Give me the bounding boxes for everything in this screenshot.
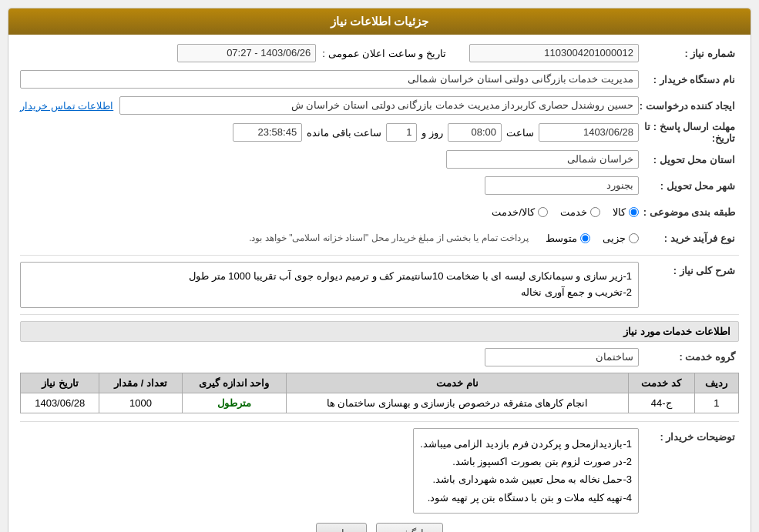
category-option-khedmat[interactable]: خدمت — [560, 206, 600, 218]
cell-unit: مترطول — [182, 393, 286, 413]
city-row: شهر محل تحویل : بجنورد — [20, 175, 739, 196]
cell-date: 1403/06/28 — [21, 393, 99, 413]
service-group-row: گروه خدمت : ساختمان — [20, 348, 739, 366]
col-row-num: ردیف — [694, 373, 738, 393]
process-radio-group: جزیی متوسط — [546, 233, 639, 244]
category-radio-group: کالا خدمت کالا/خدمت — [492, 206, 639, 218]
service-group-field: ساختمان — [485, 348, 639, 366]
process-option-jozi[interactable]: جزیی — [603, 233, 639, 244]
requester-row: ایجاد کننده درخواست : حسین روشندل حصاری … — [20, 95, 739, 116]
back-button[interactable]: بازگشت — [376, 523, 443, 532]
service-group-value: ساختمان — [20, 348, 639, 366]
announcement-date-group: تاریخ و ساعت اعلان عمومی : 1403/06/26 - … — [177, 44, 446, 62]
buyer-notes-row: توضیحات خریدار : 1-بازدیدازمحل و پرکردن … — [20, 428, 739, 514]
buyer-notes-label: توضیحات خریدار : — [639, 428, 739, 443]
process-type-value: جزیی متوسط پرداخت تمام یا بخشی از مبلغ خ… — [20, 233, 639, 244]
deadline-remaining-field: 23:58:45 — [233, 123, 302, 142]
col-service-name: نام خدمت — [286, 373, 628, 393]
deadline-value: 1403/06/28 ساعت 08:00 روز و 1 ساعت باقی … — [20, 123, 639, 142]
table-header: ردیف کد خدمت نام خدمت واحد اندازه گیری ت… — [21, 373, 739, 393]
need-number-row: شماره نیاز : 1103004201000012 تاریخ و سا… — [20, 42, 739, 64]
category-value: کالا خدمت کالا/خدمت — [20, 206, 639, 218]
need-description-field: 1-زیر سازی و سیمانکاری لیسه ای با ضخامت … — [20, 262, 639, 308]
service-table-container: ردیف کد خدمت نام خدمت واحد اندازه گیری ت… — [20, 373, 739, 413]
buyer-org-row: نام دستگاه خریدار : مدیریت خدمات بازرگان… — [20, 69, 739, 90]
requester-link[interactable]: اطلاعات تماس خریدار — [20, 100, 113, 112]
deadline-label: مهلت ارسال پاسخ : تا تاریخ: — [639, 121, 739, 144]
category-option-kala[interactable]: کالا — [613, 206, 639, 218]
card-body: شماره نیاز : 1103004201000012 تاریخ و سا… — [8, 35, 751, 532]
province-value: خراسان شمالی — [20, 150, 639, 169]
deadline-remaining-label: ساعت باقی مانده — [307, 127, 381, 139]
button-row: بازگشت چاپ — [20, 523, 739, 532]
city-label: شهر محل تحویل : — [639, 180, 739, 192]
buyer-note-3: 3-حمل نخاله به محل تعیین شده شهرداری باش… — [420, 470, 632, 488]
col-date: تاریخ نیاز — [21, 373, 99, 393]
buyer-note-1: 1-بازدیدازمحل و پرکردن فرم بازدید الزامی… — [420, 435, 632, 453]
col-unit: واحد اندازه گیری — [182, 373, 286, 393]
print-button[interactable]: چاپ — [316, 523, 367, 532]
category-row: طبقه بندی موضوعی : کالا خدمت — [20, 201, 739, 223]
main-card: جزئیات اطلاعات نیاز شماره نیاز : 1103004… — [8, 8, 751, 532]
announcement-date-field: 1403/06/26 - 07:27 — [177, 44, 316, 62]
requester-label: ایجاد کننده درخواست : — [639, 100, 739, 112]
need-description-line2: 2-تخریب و جمع آوری نخاله — [27, 285, 632, 301]
buyer-notes-value: 1-بازدیدازمحل و پرکردن فرم بازدید الزامی… — [20, 428, 639, 514]
buyer-note-4: 4-تهیه کلیه ملات و بتن با دستگاه بتن پر … — [420, 489, 632, 507]
table-body: 1 ج-44 انجام کارهای متفرقه درخصوص بازساز… — [21, 393, 739, 413]
card-header: جزئیات اطلاعات نیاز — [8, 8, 751, 35]
deadline-time-field: 08:00 — [448, 123, 502, 142]
need-number-label: شماره نیاز : — [639, 48, 739, 59]
deadline-date-field: 1403/06/28 — [539, 123, 639, 142]
divider-3 — [20, 421, 739, 422]
requester-field: حسین روشندل حصاری کاربرداز مدیریت خدمات … — [119, 96, 639, 115]
deadline-time-label: ساعت — [506, 127, 534, 139]
deadline-days-field: 1 — [386, 123, 417, 142]
buyer-notes-field: 1-بازدیدازمحل و پرکردن فرم بازدید الزامی… — [413, 428, 639, 514]
need-number-field: 1103004201000012 — [469, 44, 639, 62]
process-type-row: نوع فرآیند خرید : جزیی متوسط پرداخت تمام… — [20, 227, 739, 249]
col-quantity: تعداد / مقدار — [99, 373, 182, 393]
page-title: جزئیات اطلاعات نیاز — [331, 15, 428, 28]
need-number-value: 1103004201000012 تاریخ و ساعت اعلان عموم… — [20, 44, 639, 62]
page-container: جزئیات اطلاعات نیاز شماره نیاز : 1103004… — [0, 0, 759, 532]
col-service-code: کد خدمت — [628, 373, 694, 393]
process-type-label: نوع فرآیند خرید : — [639, 233, 739, 244]
process-option-motavasset[interactable]: متوسط — [546, 233, 590, 244]
announcement-date-label: تاریخ و ساعت اعلان عمومی : — [322, 48, 446, 59]
deadline-days-label: روز و — [421, 127, 443, 139]
deadline-row: مهلت ارسال پاسخ : تا تاریخ: 1403/06/28 س… — [20, 121, 739, 144]
buyer-org-field: مدیریت خدمات بازرگانی دولتی استان خراسان… — [20, 70, 639, 89]
city-value: بجنورد — [20, 176, 639, 195]
category-option-kala-khedmat[interactable]: کالا/خدمت — [492, 206, 548, 218]
need-description-value: 1-زیر سازی و سیمانکاری لیسه ای با ضخامت … — [20, 262, 639, 308]
province-row: استان محل تحویل : خراسان شمالی — [20, 149, 739, 170]
process-note: پرداخت تمام یا بخشی از مبلغ خریدار محل "… — [249, 233, 529, 243]
cell-quantity: 1000 — [99, 393, 182, 413]
need-description-row: شرح کلی نیاز : 1-زیر سازی و سیمانکاری لی… — [20, 262, 739, 308]
need-description-line1: 1-زیر سازی و سیمانکاری لیسه ای با ضخامت … — [27, 269, 632, 285]
cell-service-name: انجام کارهای متفرقه درخصوص بازسازی و بهس… — [286, 393, 628, 413]
divider-2 — [20, 314, 739, 315]
need-description-label: شرح کلی نیاز : — [639, 262, 739, 276]
cell-service-code: ج-44 — [628, 393, 694, 413]
city-field: بجنورد — [485, 176, 639, 195]
service-group-label: گروه خدمت : — [639, 351, 739, 363]
category-label: طبقه بندی موضوعی : — [639, 206, 739, 218]
buyer-org-label: نام دستگاه خریدار : — [639, 74, 739, 85]
table-row: 1 ج-44 انجام کارهای متفرقه درخصوص بازساز… — [21, 393, 739, 413]
requester-value: حسین روشندل حصاری کاربرداز مدیریت خدمات … — [20, 96, 639, 115]
cell-row-num: 1 — [694, 393, 738, 413]
divider-1 — [20, 255, 739, 256]
buyer-org-value: مدیریت خدمات بازرگانی دولتی استان خراسان… — [20, 70, 639, 89]
service-table: ردیف کد خدمت نام خدمت واحد اندازه گیری ت… — [20, 373, 739, 413]
province-label: استان محل تحویل : — [639, 154, 739, 166]
buyer-note-2: 2-در صورت لزوم بتن بصورت اکسپوز باشد. — [420, 453, 632, 470]
province-field: خراسان شمالی — [446, 150, 639, 169]
service-info-section-title: اطلاعات خدمات مورد نیاز — [20, 321, 739, 342]
